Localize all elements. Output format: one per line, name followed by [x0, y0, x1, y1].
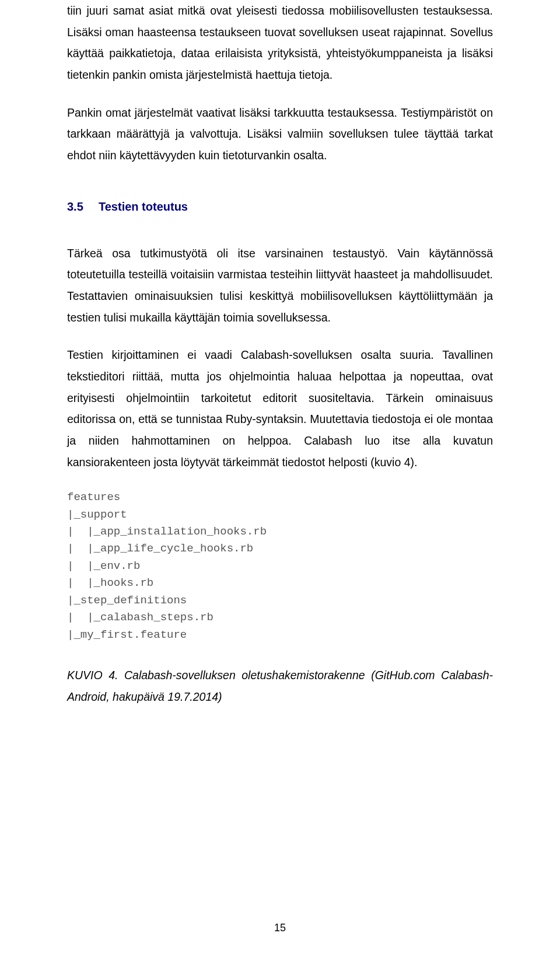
figure-caption-text: Calabash-sovelluksen oletushakemistorake… — [67, 669, 493, 703]
section-number: 3.5 — [67, 200, 99, 214]
directory-tree-code: features |_support | |_app_installation_… — [67, 489, 493, 644]
page-number: 15 — [0, 922, 560, 934]
section-title: Testien toteutus — [99, 200, 188, 213]
paragraph-1: tiin juuri samat asiat mitkä ovat yleise… — [67, 0, 493, 86]
page-content: tiin juuri samat asiat mitkä ovat yleise… — [0, 0, 560, 707]
figure-label: KUVIO 4. — [67, 669, 118, 682]
figure-caption: KUVIO 4. Calabash-sovelluksen oletushake… — [67, 665, 493, 707]
paragraph-4: Testien kirjoittaminen ei vaadi Calabash… — [67, 344, 493, 473]
section-heading: 3.5Testien toteutus — [67, 200, 493, 214]
paragraph-2: Pankin omat järjestelmät vaativat lisäks… — [67, 102, 493, 166]
paragraph-3: Tärkeä osa tutkimustyötä oli itse varsin… — [67, 243, 493, 329]
